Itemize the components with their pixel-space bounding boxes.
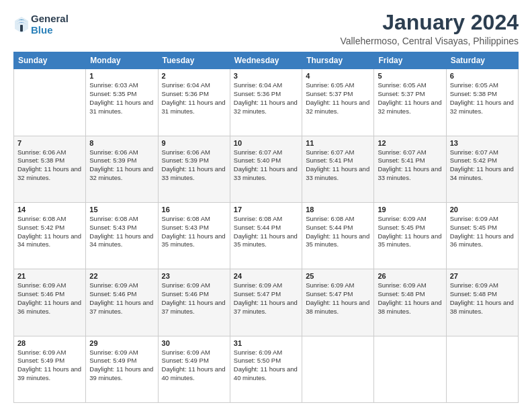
calendar-week-2: 14Sunrise: 6:08 AMSunset: 5:42 PMDayligh… [14,202,519,269]
day-info: Sunrise: 6:04 AMSunset: 5:36 PMDaylight:… [162,81,226,116]
calendar-cell: 29Sunrise: 6:09 AMSunset: 5:49 PMDayligh… [86,336,158,402]
day-number: 9 [162,139,226,147]
calendar-cell: 8Sunrise: 6:06 AMSunset: 5:39 PMDaylight… [86,136,158,202]
calendar-week-3: 21Sunrise: 6:09 AMSunset: 5:46 PMDayligh… [14,269,519,336]
day-info: Sunrise: 6:05 AMSunset: 5:38 PMDaylight:… [450,81,515,116]
calendar-cell: 3Sunrise: 6:04 AMSunset: 5:36 PMDaylight… [230,69,302,136]
day-info: Sunrise: 6:09 AMSunset: 5:49 PMDaylight:… [89,349,154,383]
svg-rect-1 [20,25,23,32]
day-number: 4 [306,72,370,80]
calendar-cell: 28Sunrise: 6:09 AMSunset: 5:49 PMDayligh… [14,336,86,402]
logo-icon [13,15,30,34]
header-monday: Monday [86,52,158,69]
logo-general: General [31,13,69,25]
calendar-cell: 18Sunrise: 6:08 AMSunset: 5:44 PMDayligh… [302,202,374,269]
day-info: Sunrise: 6:06 AMSunset: 5:39 PMDaylight:… [89,148,154,183]
calendar-cell: 6Sunrise: 6:05 AMSunset: 5:38 PMDaylight… [446,69,518,136]
calendar-cell [374,336,446,402]
calendar-cell: 24Sunrise: 6:09 AMSunset: 5:47 PMDayligh… [230,269,302,336]
header-sunday: Sunday [14,52,86,69]
calendar-cell: 5Sunrise: 6:05 AMSunset: 5:37 PMDaylight… [374,69,446,136]
day-number: 25 [306,272,370,280]
day-info: Sunrise: 6:03 AMSunset: 5:35 PMDaylight:… [89,81,154,116]
calendar-cell: 16Sunrise: 6:08 AMSunset: 5:43 PMDayligh… [158,202,230,269]
header-friday: Friday [374,52,446,69]
day-info: Sunrise: 6:07 AMSunset: 5:41 PMDaylight:… [306,148,370,183]
title-section: January 2024 Vallehermoso, Central Visay… [340,11,519,46]
logo: General Blue [13,13,69,36]
day-number: 5 [378,72,442,80]
logo-blue: Blue [31,25,69,36]
day-number: 1 [89,72,154,80]
month-title: January 2024 [340,11,519,34]
calendar-cell [302,336,374,402]
day-number: 24 [234,272,298,280]
day-info: Sunrise: 6:08 AMSunset: 5:43 PMDaylight:… [162,215,226,249]
day-number: 28 [17,339,82,347]
day-info: Sunrise: 6:09 AMSunset: 5:49 PMDaylight:… [17,349,82,383]
calendar-cell: 19Sunrise: 6:09 AMSunset: 5:45 PMDayligh… [374,202,446,269]
calendar-week-4: 28Sunrise: 6:09 AMSunset: 5:49 PMDayligh… [14,336,519,402]
calendar-cell: 12Sunrise: 6:07 AMSunset: 5:41 PMDayligh… [374,136,446,202]
day-info: Sunrise: 6:08 AMSunset: 5:44 PMDaylight:… [234,215,298,249]
header-saturday: Saturday [446,52,518,69]
day-info: Sunrise: 6:09 AMSunset: 5:46 PMDaylight:… [89,281,154,316]
calendar-cell: 9Sunrise: 6:06 AMSunset: 5:39 PMDaylight… [158,136,230,202]
calendar-header-row: SundayMondayTuesdayWednesdayThursdayFrid… [14,52,519,69]
day-number: 29 [89,339,154,347]
day-number: 20 [450,205,515,214]
calendar-week-1: 7Sunrise: 6:06 AMSunset: 5:38 PMDaylight… [14,136,519,202]
logo-text: General Blue [31,13,69,36]
day-number: 16 [162,205,226,214]
calendar-cell: 26Sunrise: 6:09 AMSunset: 5:48 PMDayligh… [374,269,446,336]
day-number: 19 [378,205,442,214]
day-number: 27 [450,272,515,280]
calendar-cell: 2Sunrise: 6:04 AMSunset: 5:36 PMDaylight… [158,69,230,136]
day-number: 26 [378,272,442,280]
day-number: 30 [162,339,226,347]
day-info: Sunrise: 6:08 AMSunset: 5:43 PMDaylight:… [89,215,154,249]
day-info: Sunrise: 6:09 AMSunset: 5:46 PMDaylight:… [17,281,82,316]
day-info: Sunrise: 6:09 AMSunset: 5:47 PMDaylight:… [306,281,370,316]
day-number: 23 [162,272,226,280]
day-number: 10 [234,139,298,147]
calendar-cell: 23Sunrise: 6:09 AMSunset: 5:46 PMDayligh… [158,269,230,336]
day-info: Sunrise: 6:09 AMSunset: 5:49 PMDaylight:… [162,349,226,383]
calendar-cell: 20Sunrise: 6:09 AMSunset: 5:45 PMDayligh… [446,202,518,269]
day-info: Sunrise: 6:09 AMSunset: 5:48 PMDaylight:… [450,281,515,316]
day-info: Sunrise: 6:07 AMSunset: 5:42 PMDaylight:… [450,148,515,183]
day-number: 13 [450,139,515,147]
header-thursday: Thursday [302,52,374,69]
calendar-week-0: 1Sunrise: 6:03 AMSunset: 5:35 PMDaylight… [14,69,519,136]
day-info: Sunrise: 6:09 AMSunset: 5:50 PMDaylight:… [234,349,298,383]
calendar-cell: 11Sunrise: 6:07 AMSunset: 5:41 PMDayligh… [302,136,374,202]
day-number: 8 [89,139,154,147]
calendar-cell: 15Sunrise: 6:08 AMSunset: 5:43 PMDayligh… [86,202,158,269]
day-info: Sunrise: 6:05 AMSunset: 5:37 PMDaylight:… [306,81,370,116]
day-number: 3 [234,72,298,80]
calendar-cell [446,336,518,402]
day-info: Sunrise: 6:09 AMSunset: 5:46 PMDaylight:… [162,281,226,316]
calendar-cell [14,69,86,136]
day-number: 14 [17,205,82,214]
calendar-cell: 7Sunrise: 6:06 AMSunset: 5:38 PMDaylight… [14,136,86,202]
day-number: 17 [234,205,298,214]
calendar-cell: 31Sunrise: 6:09 AMSunset: 5:50 PMDayligh… [230,336,302,402]
calendar-table: SundayMondayTuesdayWednesdayThursdayFrid… [13,52,519,403]
calendar-cell: 22Sunrise: 6:09 AMSunset: 5:46 PMDayligh… [86,269,158,336]
day-info: Sunrise: 6:06 AMSunset: 5:38 PMDaylight:… [17,148,82,183]
calendar-cell: 21Sunrise: 6:09 AMSunset: 5:46 PMDayligh… [14,269,86,336]
day-number: 6 [450,72,515,80]
calendar-cell: 4Sunrise: 6:05 AMSunset: 5:37 PMDaylight… [302,69,374,136]
day-number: 22 [89,272,154,280]
location: Vallehermoso, Central Visayas, Philippin… [340,36,519,46]
day-info: Sunrise: 6:08 AMSunset: 5:44 PMDaylight:… [306,215,370,249]
day-number: 21 [17,272,82,280]
day-number: 15 [89,205,154,214]
day-number: 12 [378,139,442,147]
day-info: Sunrise: 6:09 AMSunset: 5:45 PMDaylight:… [450,215,515,249]
header: General Blue January 2024 Vallehermoso, … [13,11,519,46]
day-info: Sunrise: 6:08 AMSunset: 5:42 PMDaylight:… [17,215,82,249]
day-info: Sunrise: 6:07 AMSunset: 5:41 PMDaylight:… [378,148,442,183]
calendar-cell: 1Sunrise: 6:03 AMSunset: 5:35 PMDaylight… [86,69,158,136]
